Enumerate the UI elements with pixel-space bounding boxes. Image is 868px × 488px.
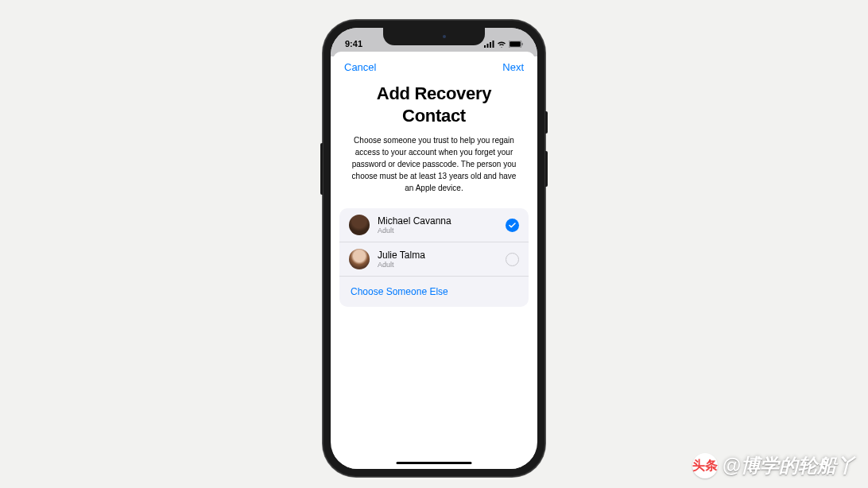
contact-info: Michael Cavanna Adult: [378, 215, 498, 234]
contact-row[interactable]: Julie Talma Adult: [339, 242, 529, 277]
svg-rect-3: [493, 41, 494, 48]
avatar: [349, 249, 370, 269]
checkbox-checked[interactable]: [506, 219, 519, 232]
phone-frame: 9:41 Cancel Next Add Recovery Contact Ch…: [323, 20, 545, 477]
watermark-text: @博学的轮船丫: [723, 453, 855, 478]
battery-icon: [509, 41, 523, 48]
contact-list: Michael Cavanna Adult Julie Talma Adult: [339, 208, 529, 307]
phone-side-button: [320, 143, 323, 195]
checkbox-unchecked[interactable]: [506, 253, 519, 266]
choose-someone-else-button[interactable]: Choose Someone Else: [339, 277, 529, 307]
wifi-icon: [497, 41, 506, 48]
svg-rect-0: [484, 45, 486, 48]
page-title: Add Recovery Contact: [333, 79, 535, 134]
camera-dot: [443, 35, 446, 38]
phone-screen: 9:41 Cancel Next Add Recovery Contact Ch…: [331, 28, 537, 469]
cellular-icon: [484, 41, 494, 48]
phone-notch: [383, 28, 485, 45]
contact-info: Julie Talma Adult: [378, 250, 498, 269]
modal-header: Cancel Next: [333, 52, 535, 79]
phone-side-button: [545, 111, 548, 134]
watermark: 头条 @博学的轮船丫: [692, 453, 855, 478]
status-time: 9:41: [345, 39, 362, 48]
contact-name: Julie Talma: [378, 250, 498, 261]
contact-name: Michael Cavanna: [378, 215, 498, 227]
phone-side-button: [545, 151, 548, 187]
next-button[interactable]: Next: [502, 61, 524, 73]
checkmark-icon: [509, 223, 516, 228]
avatar: [349, 215, 370, 235]
svg-rect-5: [510, 41, 521, 47]
home-indicator[interactable]: [397, 462, 472, 465]
contact-row[interactable]: Michael Cavanna Adult: [339, 208, 529, 242]
cancel-button[interactable]: Cancel: [344, 61, 376, 73]
watermark-logo: 头条: [692, 453, 718, 478]
status-indicators: [484, 41, 523, 48]
svg-rect-6: [522, 43, 523, 45]
contact-role: Adult: [378, 261, 498, 269]
contact-role: Adult: [378, 227, 498, 234]
svg-rect-1: [487, 44, 489, 48]
svg-rect-2: [490, 42, 491, 48]
page-description: Choose someone you trust to help you reg…: [333, 134, 535, 208]
add-recovery-modal: Cancel Next Add Recovery Contact Choose …: [333, 52, 535, 469]
